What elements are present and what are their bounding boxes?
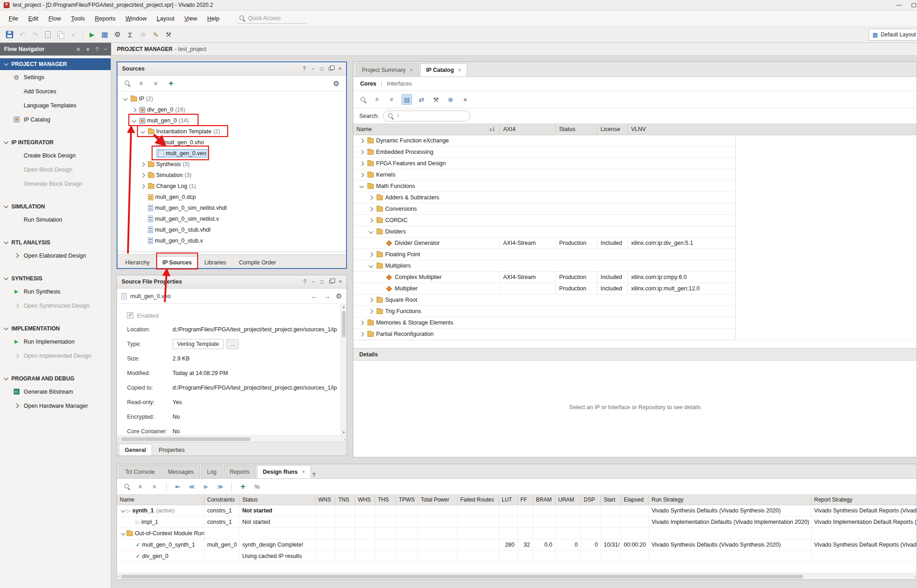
- flownav-item-open-elaborated-design[interactable]: Open Elaborated Design: [0, 248, 111, 263]
- minimize-window-button[interactable]: —: [896, 2, 902, 8]
- runs-column-ff[interactable]: FF: [517, 495, 533, 505]
- collapse-toggle-icon[interactable]: [360, 183, 364, 188]
- design-run-row-impl-1[interactable]: ▷impl_1constrs_1Not startedVivado Implem…: [117, 517, 917, 528]
- scrollbar-thumb[interactable]: [342, 311, 346, 337]
- flownav-item-run-synthesis[interactable]: ▶Run Synthesis: [0, 284, 111, 299]
- search-icon[interactable]: [122, 78, 132, 89]
- collapse-toggle-icon[interactable]: [141, 129, 145, 133]
- tab-general[interactable]: General: [119, 444, 152, 456]
- flownav-item-open-block-design[interactable]: Open Block Design: [0, 162, 111, 177]
- help-icon[interactable]: ?: [312, 472, 316, 478]
- console-horizontal-scrollbar[interactable]: ‹ ›: [117, 573, 917, 579]
- expand-all-icon[interactable]: »: [84, 47, 92, 51]
- flownav-item-add-sources[interactable]: Add Sources: [0, 84, 111, 98]
- design-run-row-div-gen-0[interactable]: ✓div_gen_0Using cached IP results: [117, 551, 917, 562]
- flownav-item-open-hardware-manager[interactable]: Open Hardware Manager: [0, 399, 111, 413]
- runs-column-name[interactable]: Name: [117, 495, 204, 505]
- runs-column-run-strategy[interactable]: Run Strategy: [648, 495, 811, 505]
- expand-toggle-icon[interactable]: [141, 173, 145, 177]
- console-tab-messages[interactable]: Messages: [162, 465, 200, 478]
- save-icon[interactable]: [4, 29, 15, 41]
- search-icon[interactable]: [122, 482, 132, 492]
- quick-access-input[interactable]: Quick Access: [237, 14, 306, 24]
- scrollbar-thumb[interactable]: [121, 437, 250, 441]
- collapse-all-icon[interactable]: «: [136, 482, 146, 492]
- catalog-row-dynamic-function-exchange[interactable]: Dynamic Function eXchange: [353, 135, 736, 147]
- tree-item-instantiation-template[interactable]: Instantiation Template(2): [117, 126, 346, 137]
- layout-selector[interactable]: ▦ Default Layout: [869, 29, 917, 41]
- close-panel-icon[interactable]: ×: [338, 66, 341, 72]
- catalog-row-conversions[interactable]: Conversions: [353, 203, 736, 215]
- collapse-all-icon[interactable]: «: [137, 78, 147, 89]
- forward-arrow-icon[interactable]: →: [324, 292, 331, 300]
- collapse-toggle-icon[interactable]: [121, 531, 126, 535]
- expand-toggle-icon[interactable]: [369, 207, 373, 211]
- globe-icon[interactable]: ⊕: [445, 94, 456, 105]
- expand-toggle-icon[interactable]: [360, 332, 364, 336]
- sources-splitter[interactable]: [117, 251, 346, 254]
- flownav-item-create-block-design[interactable]: Create Block Design: [0, 148, 111, 162]
- forward-icon[interactable]: ≫: [215, 482, 225, 492]
- doc-tab-project-summary[interactable]: Project Summary×: [356, 63, 419, 76]
- scroll-down-icon[interactable]: ▼: [341, 430, 346, 436]
- expand-toggle-icon[interactable]: [369, 195, 373, 200]
- runs-column-elapsed[interactable]: Elapsed: [621, 495, 648, 505]
- scroll-left-icon[interactable]: ‹: [118, 574, 119, 579]
- tree-item-mult-gen-0-stub-v[interactable]: mult_gen_0_stub.v: [117, 235, 346, 246]
- tree-item-mult-gen-0-sim-netlist-vhdl[interactable]: mult_gen_0_sim_netlist.vhdl: [117, 203, 346, 213]
- runs-column-constraints[interactable]: Constraints: [204, 495, 239, 505]
- chevron-right-icon[interactable]: [14, 253, 19, 258]
- collapse-toggle-icon[interactable]: [369, 263, 373, 268]
- flownav-item-run-implementation[interactable]: ▶Run Implementation: [0, 335, 111, 349]
- expand-toggle-icon[interactable]: [369, 298, 373, 302]
- flownav-header-implementation[interactable]: IMPLEMENTATION: [0, 323, 111, 335]
- flownav-header-ip-integrator[interactable]: IP INTEGRATOR: [0, 137, 111, 148]
- tree-item-mult-gen-0-vho[interactable]: mult_gen_0.vho: [117, 137, 346, 148]
- play-icon[interactable]: ▶: [201, 482, 211, 492]
- maximize-panel-icon[interactable]: □: [320, 66, 323, 72]
- undo-icon[interactable]: ↶: [16, 29, 28, 41]
- collapse-toggle-icon[interactable]: [369, 229, 373, 233]
- wrench-icon[interactable]: ⚒: [163, 29, 174, 41]
- plus-icon[interactable]: +: [166, 78, 176, 89]
- scroll-left-icon[interactable]: ‹: [118, 436, 119, 441]
- collapse-toggle-icon[interactable]: [121, 508, 126, 512]
- float-panel-icon[interactable]: [329, 280, 333, 284]
- sigma-icon[interactable]: Σ: [124, 29, 136, 41]
- flownav-item-open-synthesized-design[interactable]: Open Synthesized Design: [0, 299, 111, 313]
- collapse-toggle-icon[interactable]: [123, 96, 128, 101]
- catalog-row-embedded-processing[interactable]: Embedded Processing: [353, 147, 736, 158]
- menu-view[interactable]: View: [179, 13, 202, 24]
- settings-gear-icon[interactable]: ⚙: [331, 78, 341, 89]
- runs-column-total-power[interactable]: Total Power: [418, 495, 457, 505]
- flownav-header-project-manager[interactable]: PROJECT MANAGER: [0, 58, 111, 70]
- runs-column-status[interactable]: Status: [239, 495, 315, 505]
- tree-item-mult-gen-0[interactable]: mult_gen_0(14): [117, 115, 346, 126]
- menu-window[interactable]: Window: [121, 13, 152, 24]
- close-tab-icon[interactable]: ×: [410, 67, 413, 73]
- expand-toggle-icon[interactable]: [360, 150, 364, 154]
- runs-column-wns[interactable]: WNS: [315, 495, 335, 505]
- expand-toggle-icon[interactable]: [141, 184, 145, 188]
- catalog-row-multiplier[interactable]: MultiplierProductionIncludedxilinx.com:i…: [353, 283, 736, 294]
- selected-tree-item[interactable]: mult_gen_0.veo: [157, 149, 209, 157]
- float-panel-icon[interactable]: [329, 67, 333, 71]
- catalog-row-math-functions[interactable]: Math Functions: [353, 181, 736, 192]
- catalog-row-complex-multiplier[interactable]: Complex MultiplierAXI4-StreamProductionI…: [353, 272, 736, 283]
- minimize-panel-icon[interactable]: −: [312, 279, 315, 285]
- expand-toggle-icon[interactable]: [369, 218, 373, 223]
- tree-item-mult-gen-0-dcp[interactable]: mult_gen_0.dcp: [117, 192, 346, 203]
- design-run-row-out-of-context-module-runs[interactable]: Out-of-Context Module Runs: [117, 528, 917, 539]
- tree-item-mult-gen-0-stub-vhdl[interactable]: mult_gen_0_stub.vhdl: [117, 224, 346, 235]
- catalog-row-fpga-features-and-design[interactable]: FPGA Features and Design: [353, 158, 736, 169]
- catalog-column-vlnv[interactable]: VLNV: [627, 124, 736, 135]
- swap-icon[interactable]: ⇄: [416, 94, 427, 105]
- runs-column-uram[interactable]: URAM: [555, 495, 581, 505]
- catalog-column-axi4[interactable]: AXI4: [499, 124, 555, 135]
- close-tab-icon[interactable]: ×: [458, 67, 461, 73]
- catalog-row-square-root[interactable]: Square Root: [353, 294, 736, 306]
- scroll-right-icon[interactable]: ›: [914, 574, 916, 579]
- tree-item-simulation[interactable]: Simulation(3): [117, 170, 346, 181]
- tree-item-change-log[interactable]: Change Log(1): [117, 181, 346, 192]
- menu-help[interactable]: Help: [202, 13, 224, 24]
